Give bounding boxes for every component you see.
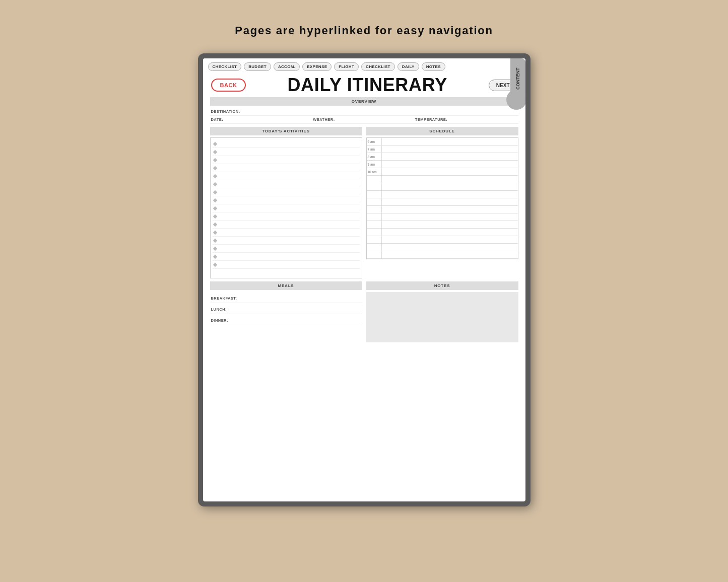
nav-tab-checklist1[interactable]: CHECKLIST: [208, 62, 242, 71]
diamond-icon: [213, 246, 217, 250]
lunch-field: LUNCH:: [210, 303, 362, 314]
nav-tab-checklist2[interactable]: CHECKLIST: [361, 62, 395, 71]
schedule-row-empty11: [367, 251, 518, 259]
time-label-empty10: [367, 244, 382, 251]
nav-bar: CHECKLIST BUDGET ACCOM. EXPENSE FLIGHT C…: [203, 58, 525, 73]
schedule-cell: [382, 153, 518, 160]
time-label-7am: 7 am: [367, 146, 382, 153]
time-label-empty6: [367, 213, 382, 221]
schedule-cell: [382, 213, 518, 221]
diamond-icon: [213, 198, 217, 202]
page-caption: Pages are hyperlinked for easy navigatio…: [235, 24, 493, 37]
meals-header: MEALS: [210, 281, 362, 290]
schedule-cell: [382, 168, 518, 175]
dinner-field: DINNER:: [210, 314, 362, 325]
list-item: [213, 140, 360, 148]
schedule-row-empty4: [367, 198, 518, 206]
schedule-row-empty9: [367, 236, 518, 244]
page-content: CHECKLIST BUDGET ACCOM. EXPENSE FLIGHT C…: [203, 58, 525, 501]
page-title: DAILY ITINERARY: [246, 76, 488, 94]
device-frame: CHECKLIST BUDGET ACCOM. EXPENSE FLIGHT C…: [198, 53, 531, 506]
time-label-empty11: [367, 251, 382, 258]
diamond-icon: [213, 230, 217, 234]
schedule-row-10am: 10 am: [367, 168, 518, 176]
schedule-table: 6 am 7 am 8 am 9 am: [366, 137, 518, 259]
content-circle-decoration: [506, 90, 525, 110]
schedule-row-6am: 6 am: [367, 138, 518, 146]
list-item: [213, 245, 360, 253]
schedule-row-empty2: [367, 183, 518, 191]
activities-section: TODAY'S ACTIVITIES: [210, 127, 362, 278]
schedule-cell: [382, 206, 518, 213]
time-label-empty1: [367, 176, 382, 183]
destination-row: DESTINATION:: [210, 108, 518, 116]
date-label: DATE:: [211, 117, 313, 122]
diamond-icon: [213, 141, 217, 146]
list-item: [213, 221, 360, 229]
destination-label: DESTINATION:: [211, 109, 240, 114]
diamond-icon: [213, 174, 217, 178]
schedule-cell: [382, 146, 518, 153]
schedule-cell: [382, 198, 518, 205]
time-label-9am: 9 am: [367, 161, 382, 168]
schedule-cell: [382, 176, 518, 183]
list-item: [213, 253, 360, 261]
bottom-section: MEALS BREAKFAST: LUNCH: DINNER: NOTES: [210, 281, 518, 342]
time-label-empty7: [367, 221, 382, 228]
schedule-cell: [382, 244, 518, 251]
schedule-cell: [382, 138, 518, 145]
schedule-row-7am: 7 am: [367, 146, 518, 153]
schedule-row-empty8: [367, 229, 518, 236]
notes-box: [366, 292, 518, 342]
nav-tab-flight[interactable]: FLIGHT: [334, 62, 359, 71]
back-button[interactable]: BACK: [211, 79, 246, 92]
notes-section: NOTES: [366, 281, 518, 342]
list-item: [213, 180, 360, 188]
diamond-icon: [213, 254, 217, 258]
temperature-label: TEMPERATURE:: [415, 117, 517, 122]
schedule-cell: [382, 236, 518, 243]
diamond-icon: [213, 262, 217, 266]
weather-label: WEATHER:: [313, 117, 415, 122]
diamond-icon: [213, 150, 217, 154]
list-item: [213, 196, 360, 204]
schedule-row-empty6: [367, 213, 518, 221]
time-label-empty2: [367, 183, 382, 190]
nav-tab-daily[interactable]: DAILY: [398, 62, 419, 71]
list-item: [213, 164, 360, 172]
list-item: [213, 148, 360, 156]
schedule-cell: [382, 229, 518, 236]
schedule-row-empty10: [367, 244, 518, 251]
time-label-10am: 10 am: [367, 168, 382, 175]
two-col-section: TODAY'S ACTIVITIES: [210, 127, 518, 278]
time-label-6am: 6 am: [367, 138, 382, 145]
schedule-row-empty3: [367, 191, 518, 198]
nav-tab-notes[interactable]: NOTES: [422, 62, 445, 71]
time-label-empty5: [367, 206, 382, 213]
time-label-8am: 8 am: [367, 153, 382, 160]
schedule-cell: [382, 183, 518, 190]
weather-row: DATE: WEATHER: TEMPERATURE:: [210, 116, 518, 124]
schedule-cell: [382, 191, 518, 198]
schedule-section: SCHEDULE 6 am 7 am 8 am: [366, 127, 518, 278]
schedule-row-empty5: [367, 206, 518, 213]
schedule-cell: [382, 161, 518, 168]
activities-list: [210, 137, 362, 278]
breakfast-field: BREAKFAST:: [210, 292, 362, 303]
main-content: OVERVIEW DESTINATION: DATE: WEATHER: TEM…: [203, 97, 525, 501]
list-item: [213, 261, 360, 269]
nav-tab-budget[interactable]: BUDGET: [244, 62, 271, 71]
diamond-icon: [213, 222, 217, 226]
activities-header: TODAY'S ACTIVITIES: [210, 127, 362, 135]
diamond-icon: [213, 166, 217, 170]
list-item: [213, 188, 360, 196]
list-item: [213, 156, 360, 164]
schedule-cell: [382, 221, 518, 228]
nav-tab-expense[interactable]: EXPENSE: [302, 62, 332, 71]
diamond-icon: [213, 182, 217, 186]
diamond-icon: [213, 190, 217, 194]
nav-tab-accom[interactable]: ACCOM.: [274, 62, 300, 71]
list-item: [213, 229, 360, 237]
schedule-row-empty1: [367, 176, 518, 183]
diamond-icon: [213, 238, 217, 242]
